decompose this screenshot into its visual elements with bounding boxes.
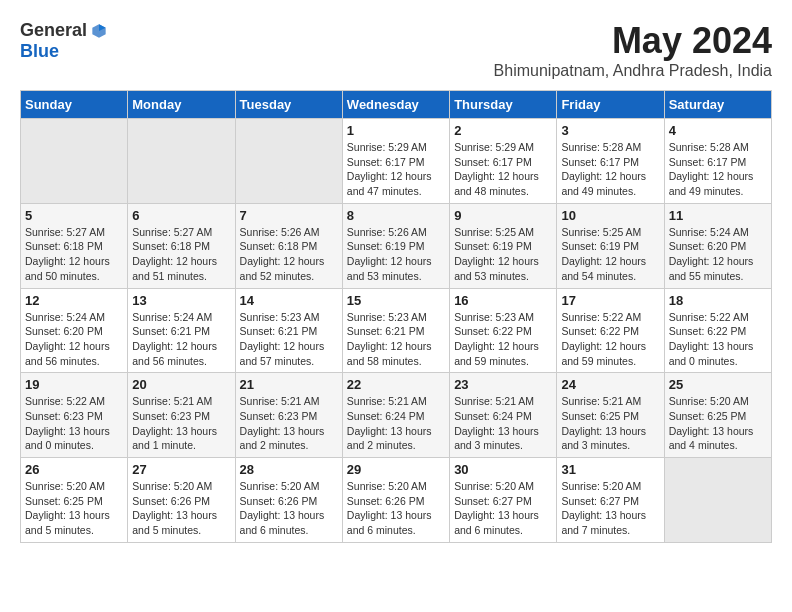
sunset-time: Sunset: 6:21 PM [240,325,318,337]
calendar-cell: 19 Sunrise: 5:22 AM Sunset: 6:23 PM Dayl… [21,373,128,458]
day-number: 30 [454,462,552,477]
day-info: Sunrise: 5:26 AM Sunset: 6:18 PM Dayligh… [240,225,338,284]
calendar-cell: 6 Sunrise: 5:27 AM Sunset: 6:18 PM Dayli… [128,203,235,288]
daylight-hours: Daylight: 12 hours and 49 minutes. [669,170,754,197]
sunrise-time: Sunrise: 5:23 AM [347,311,427,323]
day-number: 14 [240,293,338,308]
calendar-week-row: 5 Sunrise: 5:27 AM Sunset: 6:18 PM Dayli… [21,203,772,288]
day-number: 8 [347,208,445,223]
day-number: 21 [240,377,338,392]
calendar-cell: 24 Sunrise: 5:21 AM Sunset: 6:25 PM Dayl… [557,373,664,458]
day-number: 10 [561,208,659,223]
daylight-hours: Daylight: 13 hours and 3 minutes. [454,425,539,452]
sunrise-time: Sunrise: 5:24 AM [669,226,749,238]
sunrise-time: Sunrise: 5:29 AM [454,141,534,153]
sunset-time: Sunset: 6:17 PM [669,156,747,168]
sunrise-time: Sunrise: 5:21 AM [240,395,320,407]
calendar-cell: 17 Sunrise: 5:22 AM Sunset: 6:22 PM Dayl… [557,288,664,373]
calendar-cell [664,458,771,543]
calendar-week-row: 12 Sunrise: 5:24 AM Sunset: 6:20 PM Dayl… [21,288,772,373]
day-info: Sunrise: 5:20 AM Sunset: 6:25 PM Dayligh… [669,394,767,453]
sunset-time: Sunset: 6:22 PM [561,325,639,337]
daylight-hours: Daylight: 13 hours and 4 minutes. [669,425,754,452]
page-title: May 2024 [494,20,772,62]
sunset-time: Sunset: 6:17 PM [454,156,532,168]
day-number: 12 [25,293,123,308]
day-number: 29 [347,462,445,477]
day-number: 15 [347,293,445,308]
day-info: Sunrise: 5:20 AM Sunset: 6:26 PM Dayligh… [240,479,338,538]
day-info: Sunrise: 5:20 AM Sunset: 6:27 PM Dayligh… [454,479,552,538]
day-info: Sunrise: 5:24 AM Sunset: 6:20 PM Dayligh… [669,225,767,284]
day-info: Sunrise: 5:20 AM Sunset: 6:27 PM Dayligh… [561,479,659,538]
day-info: Sunrise: 5:23 AM Sunset: 6:22 PM Dayligh… [454,310,552,369]
sunrise-time: Sunrise: 5:23 AM [454,311,534,323]
sunrise-time: Sunrise: 5:24 AM [25,311,105,323]
sunrise-time: Sunrise: 5:22 AM [669,311,749,323]
day-info: Sunrise: 5:24 AM Sunset: 6:20 PM Dayligh… [25,310,123,369]
calendar-cell: 3 Sunrise: 5:28 AM Sunset: 6:17 PM Dayli… [557,119,664,204]
day-info: Sunrise: 5:21 AM Sunset: 6:24 PM Dayligh… [454,394,552,453]
daylight-hours: Daylight: 12 hours and 55 minutes. [669,255,754,282]
calendar-cell: 27 Sunrise: 5:20 AM Sunset: 6:26 PM Dayl… [128,458,235,543]
calendar-cell [21,119,128,204]
daylight-hours: Daylight: 13 hours and 6 minutes. [454,509,539,536]
sunset-time: Sunset: 6:23 PM [132,410,210,422]
daylight-hours: Daylight: 13 hours and 0 minutes. [25,425,110,452]
sunset-time: Sunset: 6:22 PM [454,325,532,337]
daylight-hours: Daylight: 13 hours and 3 minutes. [561,425,646,452]
daylight-hours: Daylight: 12 hours and 51 minutes. [132,255,217,282]
sunrise-time: Sunrise: 5:26 AM [240,226,320,238]
day-number: 4 [669,123,767,138]
header-row: SundayMondayTuesdayWednesdayThursdayFrid… [21,91,772,119]
title-section: May 2024 Bhimunipatnam, Andhra Pradesh, … [494,20,772,80]
sunset-time: Sunset: 6:27 PM [454,495,532,507]
daylight-hours: Daylight: 12 hours and 57 minutes. [240,340,325,367]
sunrise-time: Sunrise: 5:20 AM [669,395,749,407]
sunset-time: Sunset: 6:21 PM [132,325,210,337]
day-info: Sunrise: 5:25 AM Sunset: 6:19 PM Dayligh… [561,225,659,284]
sunset-time: Sunset: 6:23 PM [25,410,103,422]
day-number: 3 [561,123,659,138]
calendar-cell: 14 Sunrise: 5:23 AM Sunset: 6:21 PM Dayl… [235,288,342,373]
daylight-hours: Daylight: 13 hours and 5 minutes. [25,509,110,536]
sunset-time: Sunset: 6:25 PM [669,410,747,422]
weekday-header: Saturday [664,91,771,119]
day-info: Sunrise: 5:22 AM Sunset: 6:23 PM Dayligh… [25,394,123,453]
calendar-cell: 4 Sunrise: 5:28 AM Sunset: 6:17 PM Dayli… [664,119,771,204]
sunset-time: Sunset: 6:26 PM [132,495,210,507]
sunset-time: Sunset: 6:18 PM [240,240,318,252]
daylight-hours: Daylight: 12 hours and 58 minutes. [347,340,432,367]
daylight-hours: Daylight: 12 hours and 54 minutes. [561,255,646,282]
sunrise-time: Sunrise: 5:22 AM [561,311,641,323]
calendar-cell: 28 Sunrise: 5:20 AM Sunset: 6:26 PM Dayl… [235,458,342,543]
calendar-cell: 13 Sunrise: 5:24 AM Sunset: 6:21 PM Dayl… [128,288,235,373]
day-number: 7 [240,208,338,223]
day-number: 13 [132,293,230,308]
day-number: 22 [347,377,445,392]
day-info: Sunrise: 5:23 AM Sunset: 6:21 PM Dayligh… [240,310,338,369]
calendar-cell: 7 Sunrise: 5:26 AM Sunset: 6:18 PM Dayli… [235,203,342,288]
sunset-time: Sunset: 6:25 PM [561,410,639,422]
calendar-cell: 8 Sunrise: 5:26 AM Sunset: 6:19 PM Dayli… [342,203,449,288]
weekday-header: Wednesday [342,91,449,119]
sunset-time: Sunset: 6:26 PM [240,495,318,507]
calendar-cell [128,119,235,204]
sunset-time: Sunset: 6:25 PM [25,495,103,507]
sunrise-time: Sunrise: 5:23 AM [240,311,320,323]
page-subtitle: Bhimunipatnam, Andhra Pradesh, India [494,62,772,80]
sunrise-time: Sunrise: 5:26 AM [347,226,427,238]
sunset-time: Sunset: 6:22 PM [669,325,747,337]
sunrise-time: Sunrise: 5:21 AM [454,395,534,407]
logo-icon [89,21,109,41]
daylight-hours: Daylight: 13 hours and 5 minutes. [132,509,217,536]
daylight-hours: Daylight: 13 hours and 6 minutes. [347,509,432,536]
weekday-header: Tuesday [235,91,342,119]
sunrise-time: Sunrise: 5:20 AM [240,480,320,492]
day-number: 19 [25,377,123,392]
sunset-time: Sunset: 6:24 PM [454,410,532,422]
daylight-hours: Daylight: 13 hours and 1 minute. [132,425,217,452]
day-number: 28 [240,462,338,477]
calendar-cell: 21 Sunrise: 5:21 AM Sunset: 6:23 PM Dayl… [235,373,342,458]
calendar-cell: 31 Sunrise: 5:20 AM Sunset: 6:27 PM Dayl… [557,458,664,543]
